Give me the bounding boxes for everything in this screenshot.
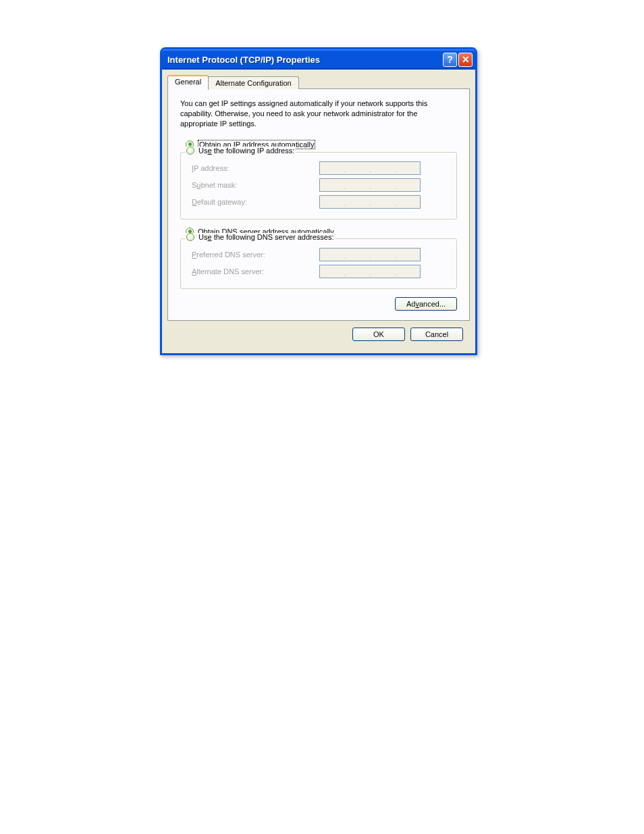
cancel-button[interactable]: Cancel	[410, 328, 463, 341]
preferred-dns-label: Preferred DNS server:	[188, 251, 319, 259]
tabs-area: General Alternate Configuration You can …	[162, 70, 475, 353]
advanced-row: Advanced...	[180, 297, 457, 311]
alternate-dns-input[interactable]: ...	[319, 265, 421, 278]
tab-row: General Alternate Configuration	[167, 75, 470, 89]
help-icon: ?	[447, 54, 453, 65]
tab-alternate-label: Alternate Configuration	[215, 79, 292, 87]
ip-address-input[interactable]: ...	[319, 161, 421, 175]
window-title: Internet Protocol (TCP/IP) Properties	[167, 55, 443, 65]
alternate-dns-label: Alternate DNS server:	[188, 267, 319, 276]
ok-button[interactable]: OK	[352, 328, 405, 341]
radio-icon	[186, 147, 194, 155]
subnet-mask-row: Subnet mask: ...	[188, 178, 450, 192]
default-gateway-row: Default gateway: ...	[188, 195, 450, 209]
close-icon: ✕	[462, 54, 470, 65]
alternate-dns-row: Alternate DNS server: ...	[188, 265, 450, 278]
description-text: You can get IP settings assigned automat…	[180, 99, 457, 129]
general-panel: You can get IP settings assigned automat…	[167, 88, 470, 321]
tab-alternate-configuration[interactable]: Alternate Configuration	[208, 76, 299, 89]
use-following-ip-label: Use the following IP address:	[198, 147, 294, 155]
use-following-dns-row[interactable]: Use the following DNS server addresses:	[185, 233, 336, 241]
help-button[interactable]: ?	[443, 53, 457, 67]
preferred-dns-row: Preferred DNS server: ...	[188, 248, 450, 261]
default-gateway-input[interactable]: ...	[319, 195, 421, 209]
titlebar-buttons: ? ✕	[443, 53, 473, 67]
ip-manual-group: Use the following IP address: IP address…	[180, 152, 457, 219]
use-following-ip-row[interactable]: Use the following IP address:	[185, 147, 296, 155]
radio-icon	[186, 233, 194, 241]
subnet-mask-input[interactable]: ...	[319, 178, 421, 192]
close-button[interactable]: ✕	[458, 53, 473, 67]
titlebar: Internet Protocol (TCP/IP) Properties ? …	[162, 49, 475, 70]
use-following-dns-label: Use the following DNS server addresses:	[198, 233, 334, 241]
preferred-dns-input[interactable]: ...	[319, 248, 421, 261]
tab-general[interactable]: General	[167, 75, 209, 90]
tcpip-properties-dialog: Internet Protocol (TCP/IP) Properties ? …	[160, 47, 477, 355]
ip-address-row: IP address: ...	[188, 161, 450, 175]
advanced-button[interactable]: Advanced...	[395, 297, 457, 311]
tab-general-label: General	[175, 78, 201, 86]
ip-address-label: IP address:	[188, 164, 319, 172]
subnet-mask-label: Subnet mask:	[188, 181, 319, 189]
dns-manual-group: Use the following DNS server addresses: …	[180, 238, 457, 289]
default-gateway-label: Default gateway:	[188, 198, 319, 206]
dialog-footer: OK Cancel	[167, 321, 470, 348]
